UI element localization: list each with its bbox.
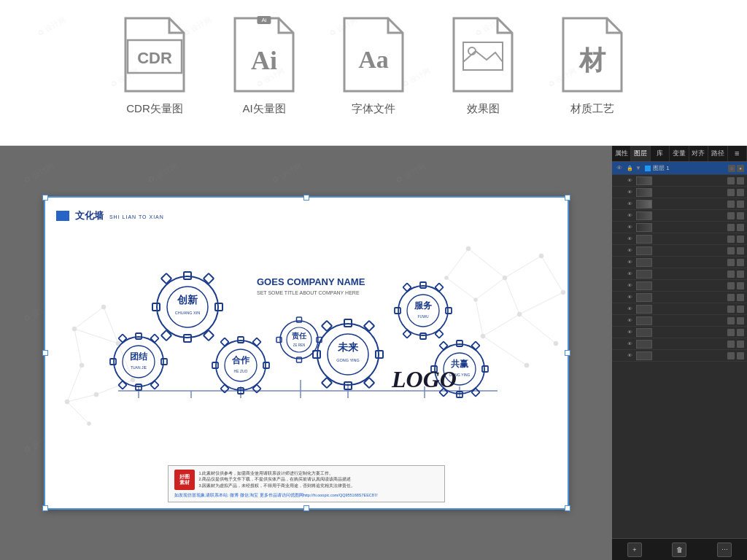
sublayer-item[interactable]: 👁 — [612, 222, 747, 233]
file-item-cdr[interactable]: CDR CDR矢量图 — [122, 15, 187, 116]
sublayer-ctrl[interactable] — [727, 317, 735, 324]
sublayer-ctrl[interactable] — [727, 247, 735, 254]
sublayer-ctrl2[interactable] — [737, 212, 744, 219]
tab-align[interactable]: 对齐 — [689, 146, 708, 161]
sublayer-item[interactable]: 👁 — [612, 210, 747, 222]
sublayer-eye[interactable]: 👁 — [625, 200, 634, 209]
sublayer-ctrl[interactable] — [727, 259, 735, 266]
sublayer-item[interactable]: 👁 — [612, 315, 747, 327]
svg-rect-106 — [446, 308, 452, 314]
sublayer-ctrl[interactable] — [727, 236, 735, 243]
sublayer-ctrl[interactable] — [727, 306, 735, 313]
sublayer-item[interactable]: 👁 — [612, 350, 747, 362]
sublayer-item[interactable]: 👁 — [612, 175, 747, 187]
canvas-area[interactable]: ♻ 设计网 ♻ 设计网 ♻ 设计网 ♻ 设计网 ♻ 设计网 ♻ 设计网 ♻ 设计… — [0, 146, 612, 560]
svg-point-47 — [167, 287, 208, 327]
svg-text:未来: 未来 — [337, 341, 359, 353]
sublayer-item[interactable]: 👁 — [612, 198, 747, 210]
svg-point-71 — [225, 349, 257, 381]
tab-more[interactable]: ≡ — [728, 146, 747, 161]
canvas-content: 文化墙 SHI LIAN TO XIAN — [45, 198, 568, 508]
layer-main[interactable]: 👁 🔒 ▼ 图层 1 ○ ● — [612, 162, 747, 175]
svg-line-38 — [104, 307, 118, 343]
sublayer-ctrl[interactable] — [727, 177, 735, 184]
sublayer-item[interactable]: 👁 — [612, 338, 747, 350]
tab-layers[interactable]: 图层 — [631, 146, 650, 161]
sublayer-ctrl[interactable] — [727, 341, 735, 348]
tab-properties[interactable]: 属性 — [612, 146, 631, 161]
sublayer-ctrl2[interactable] — [737, 236, 744, 243]
sublayer-ctrl2[interactable] — [737, 294, 744, 301]
sublayer-ctrl[interactable] — [727, 212, 735, 219]
sublayer-ctrl2[interactable] — [737, 329, 744, 336]
sublayer-item[interactable]: 👁 — [612, 303, 747, 315]
sublayer-thumb — [636, 270, 652, 279]
sublayer-ctrl2[interactable] — [737, 341, 744, 348]
sublayer-eye[interactable]: 👁 — [625, 258, 634, 267]
svg-point-70 — [216, 341, 266, 390]
sublayer-ctrl[interactable] — [727, 282, 735, 289]
expand-icon[interactable]: ▼ — [635, 165, 643, 171]
sublayer-eye[interactable]: 👁 — [625, 176, 634, 185]
tab-library[interactable]: 库 — [651, 146, 670, 161]
sublayer-ctrl[interactable] — [727, 294, 735, 301]
sublayer-eye[interactable]: 👁 — [625, 351, 634, 360]
sublayer-ctrl2[interactable] — [737, 259, 744, 266]
layer-ctrl-1[interactable]: ○ — [728, 165, 735, 172]
sublayer-ctrl[interactable] — [727, 271, 735, 278]
sublayer-eye[interactable]: 👁 — [625, 211, 634, 220]
tab-variables[interactable]: 变量 — [670, 146, 689, 161]
sublayer-item[interactable]: 👁 — [612, 280, 747, 292]
sublayer-item[interactable]: 👁 — [612, 187, 747, 198]
eye-icon[interactable]: 👁 — [615, 164, 624, 173]
sublayer-item[interactable]: 👁 — [612, 245, 747, 257]
tab-path[interactable]: 路径 — [708, 146, 727, 161]
sublayer-item[interactable]: 👁 — [612, 268, 747, 280]
sublayer-eye[interactable]: 👁 — [625, 235, 634, 244]
sublayer-eye[interactable]: 👁 — [625, 223, 634, 232]
sublayer-ctrl[interactable] — [727, 189, 735, 196]
sublayer-ctrl2[interactable] — [737, 201, 744, 208]
sublayer-eye[interactable]: 👁 — [625, 340, 634, 349]
sublayer-ctrl[interactable] — [727, 329, 735, 336]
sublayer-ctrl2[interactable] — [737, 282, 744, 289]
sublayer-ctrl2[interactable] — [737, 189, 744, 196]
add-layer-button[interactable]: + — [627, 542, 642, 557]
svg-rect-60 — [136, 333, 142, 339]
sublayer-eye[interactable]: 👁 — [625, 305, 634, 314]
options-button[interactable]: ⋯ — [717, 542, 732, 557]
svg-line-27 — [476, 300, 483, 336]
lock-icon[interactable]: 🔒 — [626, 165, 633, 172]
main-artwork: GOES COMPANY NAME SET SOME TITLE ABOUT C… — [45, 219, 568, 475]
info-link[interactable]: 如发现仿冒现象,请联系本站: 微博 微信 淘宝 更多作品请访问优图网http:/… — [174, 492, 438, 498]
file-item-material[interactable]: 材 材质工艺 — [560, 15, 625, 116]
file-item-font[interactable]: Aa 字体文件 — [341, 15, 406, 116]
sublayer-eye[interactable]: 👁 — [625, 281, 634, 290]
file-item-ai[interactable]: Ai Ai AI矢量图 — [231, 15, 297, 116]
sublayer-eye[interactable]: 👁 — [625, 188, 634, 197]
sublayer-eye[interactable]: 👁 — [625, 316, 634, 325]
delete-layer-button[interactable]: 🗑 — [672, 542, 686, 557]
sublayer-ctrl2[interactable] — [737, 177, 744, 184]
sublayer-ctrl2[interactable] — [737, 271, 744, 278]
layer-ctrl-2[interactable]: ● — [737, 165, 744, 172]
sublayer-ctrl2[interactable] — [737, 224, 744, 231]
file-item-effect[interactable]: 效果图 — [450, 15, 516, 116]
svg-line-23 — [483, 314, 519, 336]
sublayer-eye[interactable]: 👁 — [625, 246, 634, 255]
sublayer-ctrl2[interactable] — [737, 247, 744, 254]
sublayer-ctrl2[interactable] — [737, 352, 744, 359]
sublayer-ctrl[interactable] — [727, 201, 735, 208]
sublayer-ctrl[interactable] — [727, 352, 735, 359]
sublayer-eye[interactable]: 👁 — [625, 293, 634, 302]
sublayer-item[interactable]: 👁 — [612, 327, 747, 338]
sublayer-eye[interactable]: 👁 — [625, 328, 634, 337]
sublayer-ctrl[interactable] — [727, 224, 735, 231]
sublayer-item[interactable]: 👁 — [612, 257, 747, 268]
sublayer-item[interactable]: 👁 — [612, 233, 747, 245]
sublayer-ctrl2[interactable] — [737, 317, 744, 324]
sublayer-item[interactable]: 👁 — [612, 292, 747, 303]
sublayer-ctrl2[interactable] — [737, 306, 744, 313]
info-text-content: 1.此素材仅供参考，如需商业使用请联系设计师进行定制化方案工作。 2.商品仅提供… — [199, 470, 356, 489]
sublayer-eye[interactable]: 👁 — [625, 270, 634, 279]
